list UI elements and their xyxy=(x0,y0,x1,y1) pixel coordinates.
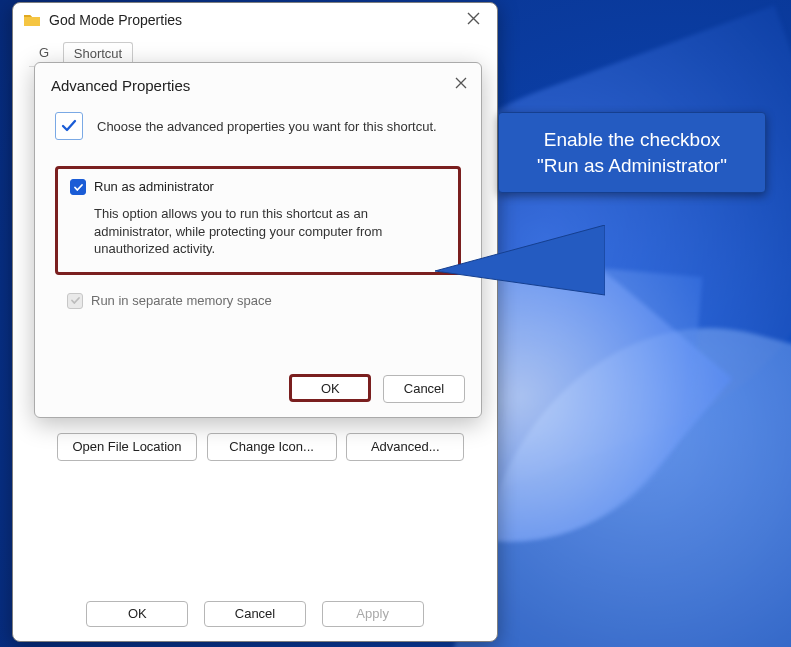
advanced-header-row: Choose the advanced properties you want … xyxy=(55,112,465,140)
run-as-admin-highlight: Run as administrator This option allows … xyxy=(55,166,461,275)
ok-button[interactable]: OK xyxy=(86,601,188,627)
separate-memory-checkbox xyxy=(67,293,83,309)
separate-memory-row: Run in separate memory space xyxy=(67,293,461,309)
advanced-properties-dialog: Advanced Properties Choose the advanced … xyxy=(34,62,482,418)
run-as-admin-checkbox[interactable] xyxy=(70,179,86,195)
advanced-title: Advanced Properties xyxy=(51,77,465,94)
annotation-callout: Enable the checkbox "Run as Administrato… xyxy=(498,112,766,193)
checkmark-icon xyxy=(55,112,83,140)
folder-icon xyxy=(23,11,41,29)
advanced-ok-button[interactable]: OK xyxy=(289,374,371,402)
titlebar[interactable]: God Mode Properties xyxy=(13,3,497,37)
advanced-dialog-buttons: OK Cancel xyxy=(289,374,465,403)
window-title: God Mode Properties xyxy=(49,12,182,28)
advanced-cancel-button[interactable]: Cancel xyxy=(383,375,465,403)
run-as-admin-row[interactable]: Run as administrator xyxy=(70,179,446,195)
separate-memory-label: Run in separate memory space xyxy=(91,293,272,308)
shortcut-tab-buttons: Open File Location Change Icon... Advanc… xyxy=(57,433,470,461)
open-file-location-button[interactable]: Open File Location xyxy=(57,433,197,461)
tab-general[interactable]: G xyxy=(29,42,59,63)
run-as-admin-label: Run as administrator xyxy=(94,179,214,194)
callout-line1: Enable the checkbox xyxy=(515,127,749,153)
close-icon[interactable] xyxy=(457,11,489,29)
properties-dialog-buttons: OK Cancel Apply xyxy=(13,601,497,627)
cancel-button[interactable]: Cancel xyxy=(204,601,306,627)
advanced-button[interactable]: Advanced... xyxy=(346,433,464,461)
change-icon-button[interactable]: Change Icon... xyxy=(207,433,337,461)
callout-line2: "Run as Administrator" xyxy=(515,153,749,179)
close-icon[interactable] xyxy=(455,75,467,92)
run-as-admin-description: This option allows you to run this short… xyxy=(94,205,446,258)
advanced-header-text: Choose the advanced properties you want … xyxy=(97,119,437,134)
svg-marker-0 xyxy=(435,225,605,295)
apply-button: Apply xyxy=(322,601,424,627)
